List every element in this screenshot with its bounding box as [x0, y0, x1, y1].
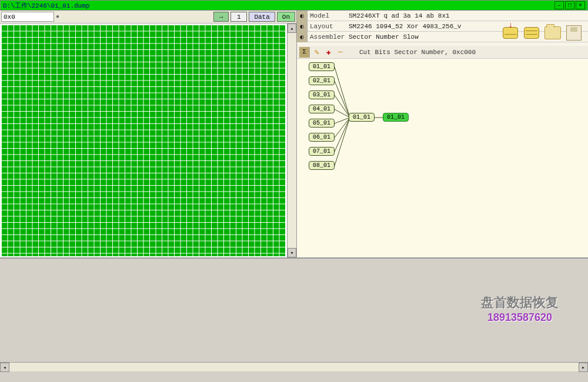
data-button[interactable]: Data	[249, 12, 275, 22]
svg-line-7	[335, 118, 350, 166]
left-panel: ● → 1 Data On ▴ ▾	[0, 11, 297, 257]
action-toolbar: Σ ✎ ✚ — Cut Bits Sector Number, 0xc000	[297, 46, 588, 59]
wand-icon[interactable]: ✎	[312, 48, 322, 57]
svg-line-2	[335, 95, 350, 118]
action-text: Cut Bits Sector Number, 0xc000	[359, 49, 476, 56]
model-row: ◐ Model SM2246XT q ad 3a 14 ab 8x1	[297, 11, 588, 21]
close-button[interactable]: ×	[576, 1, 585, 9]
tree-node[interactable]: 04_01	[309, 105, 335, 113]
svg-line-5	[335, 118, 350, 138]
watermark-phone: 18913587620	[481, 311, 559, 324]
minimize-button[interactable]: –	[554, 1, 564, 9]
maximize-button[interactable]: □	[565, 1, 574, 9]
folder-icon[interactable]	[543, 24, 562, 42]
address-input[interactable]	[1, 12, 54, 22]
assembler-label: Assembler	[308, 33, 349, 41]
svg-line-0	[335, 67, 350, 118]
svg-line-4	[335, 118, 350, 123]
tree-end-node[interactable]: 01_01	[383, 113, 409, 122]
horizontal-scrollbar[interactable]: ◂ ▸	[0, 362, 588, 371]
titlebar: D:\工作\2246\01_01.dump – □ ×	[0, 0, 588, 11]
tree-node[interactable]: 07_01	[309, 147, 335, 156]
sigma-icon[interactable]: Σ	[299, 47, 310, 58]
model-value: SM2246XT q ad 3a 14 ab 8x1	[349, 12, 588, 19]
page-button[interactable]: 1	[230, 12, 247, 22]
left-toolbar: ● → 1 Data On	[0, 11, 296, 24]
model-icon[interactable]: ◐	[297, 11, 308, 21]
svg-line-3	[335, 109, 350, 118]
watermark: 盘首数据恢复 18913587620	[481, 294, 559, 324]
sector-grid[interactable]	[0, 24, 287, 257]
icon-toolbar	[501, 24, 583, 42]
tree-node[interactable]: 03_01	[309, 91, 335, 99]
save-icon[interactable]	[564, 24, 583, 42]
svg-line-6	[335, 118, 350, 152]
right-panel: ◐ Model SM2246XT q ad 3a 14 ab 8x1 ◐ Lay…	[297, 11, 588, 257]
minus-icon[interactable]: —	[336, 48, 345, 57]
window-title: D:\工作\2246\01_01.dump	[3, 1, 553, 10]
model-label: Model	[308, 12, 349, 19]
tree-node[interactable]: 08_01	[309, 161, 335, 170]
assembler-icon[interactable]: ◐	[297, 32, 308, 42]
grid-cells	[1, 25, 286, 256]
watermark-text: 盘首数据恢复	[481, 294, 559, 311]
tree-edges	[297, 59, 579, 235]
tree-mid-node[interactable]: 01_01	[349, 113, 375, 122]
hscroll-track[interactable]	[9, 363, 579, 371]
scroll-track[interactable]	[288, 33, 296, 248]
grid-wrap: ▴ ▾	[0, 24, 296, 257]
scroll-up-button[interactable]: ▴	[288, 24, 296, 33]
tree-node[interactable]: 02_01	[309, 76, 335, 85]
plus-icon[interactable]: ✚	[324, 48, 333, 57]
disk-icon[interactable]	[522, 24, 541, 42]
tree-area[interactable]: 01_01 02_01 03_01 04_01 05_01 06_01 07_0…	[297, 59, 588, 257]
scroll-left-button[interactable]: ◂	[0, 363, 9, 372]
svg-line-1	[335, 81, 350, 118]
on-button[interactable]: On	[277, 12, 295, 22]
tree-node[interactable]: 05_01	[309, 119, 335, 128]
tree-node[interactable]: 06_01	[309, 133, 335, 142]
disk-download-icon[interactable]	[501, 24, 520, 42]
vertical-scrollbar[interactable]: ▴ ▾	[287, 24, 296, 257]
layout-label: Layout	[308, 23, 349, 30]
goto-button[interactable]: →	[213, 12, 229, 22]
main-area: ● → 1 Data On ▴ ▾ ◐ Model SM2246XT q ad …	[0, 11, 588, 257]
tree-node[interactable]: 01_01	[309, 62, 335, 71]
layout-icon[interactable]: ◐	[297, 21, 308, 32]
scroll-right-button[interactable]: ▸	[579, 363, 588, 372]
pin-icon[interactable]: ●	[56, 14, 59, 20]
scroll-down-button[interactable]: ▾	[288, 248, 296, 257]
bottom-panel: 盘首数据恢复 18913587620 ◂ ▸	[0, 257, 588, 371]
